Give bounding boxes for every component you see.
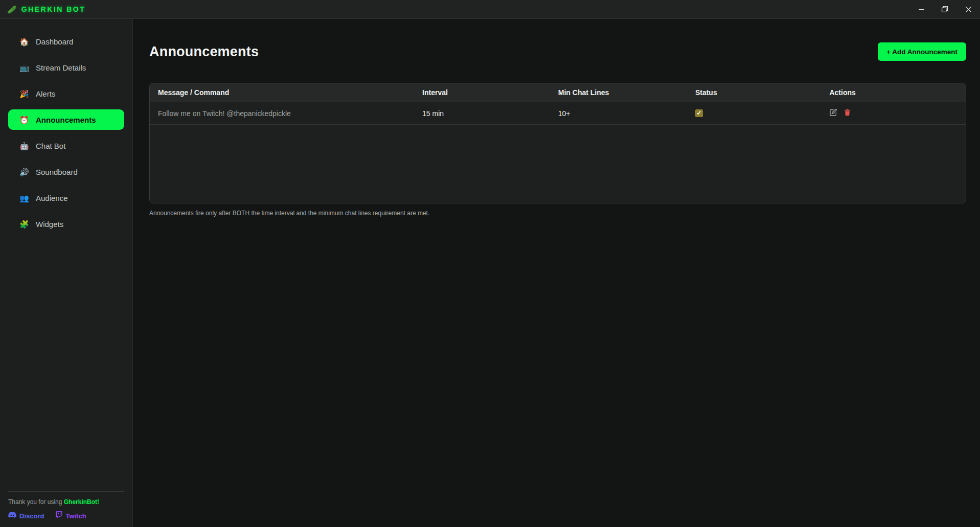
sidebar-item-label: Alerts (36, 89, 55, 98)
footer-links: Discord Twitch (8, 511, 124, 520)
message-cell: Follow me on Twitch! @thepanickedpickle (150, 109, 422, 118)
announcements-table: Message / Command Interval Min Chat Line… (149, 83, 966, 203)
announcements-footnote: Announcements fire only after BOTH the t… (149, 210, 966, 217)
main-header: Announcements + Add Announcement (149, 42, 966, 61)
pickle-icon: 🥒 (7, 6, 17, 13)
close-button[interactable] (956, 0, 980, 18)
sidebar-item-label: Chat Bot (36, 142, 65, 150)
minimize-icon (919, 7, 924, 12)
discord-link-label: Discord (19, 512, 44, 520)
status-checkbox[interactable] (695, 109, 703, 117)
thanks-prefix: Thank you for using (8, 498, 64, 506)
trash-icon (844, 108, 851, 118)
alarm-clock-icon: ⏰ (19, 116, 29, 124)
app-brand: 🥒 GHERKIN BOT (0, 5, 85, 13)
delete-button[interactable] (844, 108, 851, 118)
sidebar-item-label: Stream Details (36, 63, 86, 72)
sidebar-item-label: Widgets (36, 220, 63, 228)
sidebar-item-announcements[interactable]: ⏰ Announcements (8, 109, 124, 130)
status-cell (695, 109, 830, 117)
restore-icon (942, 6, 948, 12)
add-announcement-button[interactable]: + Add Announcement (878, 42, 966, 61)
sidebar-item-stream-details[interactable]: 📺 Stream Details (8, 57, 124, 78)
actions-cell (829, 108, 966, 118)
sidebar-item-audience[interactable]: 👥 Audience (8, 188, 124, 208)
twitch-link[interactable]: Twitch (55, 511, 86, 520)
close-icon (966, 7, 971, 12)
sidebar-item-widgets[interactable]: 🧩 Widgets (8, 214, 124, 234)
table-header-row: Message / Command Interval Min Chat Line… (150, 83, 966, 102)
puzzle-icon: 🧩 (19, 220, 29, 228)
edit-icon (829, 108, 837, 118)
sidebar-item-dashboard[interactable]: 🏠 Dashboard (8, 31, 124, 52)
thanks-text: Thank you for using GherkinBot! (8, 498, 124, 506)
brand-name: GherkinBot! (64, 498, 99, 506)
minimize-button[interactable] (909, 0, 933, 18)
main-content: Announcements + Add Announcement Message… (133, 19, 980, 527)
restore-button[interactable] (933, 0, 956, 18)
sidebar-divider (8, 491, 124, 492)
col-header-interval: Interval (422, 88, 558, 97)
titlebar: 🥒 GHERKIN BOT (0, 0, 980, 19)
table-empty-area (150, 125, 966, 203)
twitch-link-label: Twitch (65, 512, 86, 520)
twitch-icon (55, 511, 62, 520)
speaker-icon: 🔊 (19, 168, 29, 176)
window-controls (909, 0, 980, 18)
edit-button[interactable] (829, 108, 837, 118)
table-row: Follow me on Twitch! @thepanickedpickle … (150, 102, 966, 125)
col-header-status: Status (695, 88, 830, 97)
sidebar-item-alerts[interactable]: 🎉 Alerts (8, 83, 124, 104)
discord-link[interactable]: Discord (8, 512, 44, 520)
app-title: GHERKIN BOT (21, 5, 86, 13)
sidebar-item-chat-bot[interactable]: 🤖 Chat Bot (8, 135, 124, 156)
page-title: Announcements (149, 44, 259, 60)
sidebar-item-label: Audience (36, 194, 68, 202)
sidebar-footer: Thank you for using GherkinBot! Discord … (0, 491, 132, 527)
party-popper-icon: 🎉 (19, 90, 29, 98)
people-icon: 👥 (19, 194, 29, 202)
col-header-message: Message / Command (150, 88, 422, 97)
sidebar: 🏠 Dashboard 📺 Stream Details 🎉 Alerts ⏰ … (0, 19, 133, 527)
min-chat-lines-cell: 10+ (558, 109, 695, 118)
col-header-min-chat-lines: Min Chat Lines (558, 88, 695, 97)
sidebar-item-soundboard[interactable]: 🔊 Soundboard (8, 162, 124, 182)
dashboard-icon: 🏠 (19, 38, 29, 45)
sidebar-item-label: Soundboard (36, 168, 78, 176)
robot-icon: 🤖 (19, 142, 29, 150)
tv-icon: 📺 (19, 64, 29, 72)
sidebar-item-label: Dashboard (36, 37, 73, 46)
col-header-actions: Actions (829, 88, 966, 97)
interval-cell: 15 min (422, 109, 558, 118)
app-shell: 🏠 Dashboard 📺 Stream Details 🎉 Alerts ⏰ … (0, 19, 980, 527)
discord-icon (8, 512, 16, 520)
sidebar-item-label: Announcements (36, 116, 96, 124)
